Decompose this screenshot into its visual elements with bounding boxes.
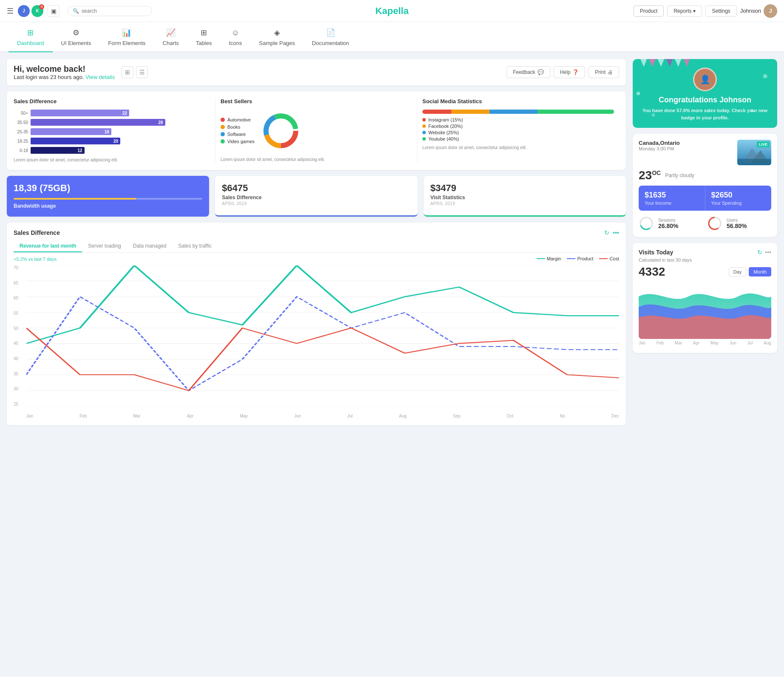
congrats-avatar: 👤 — [693, 68, 717, 91]
visit-stats-value: $3479 — [430, 183, 619, 194]
user-name: Johnson — [740, 8, 761, 14]
nav-item-icons-label: Icons — [229, 40, 242, 46]
nav-item-ui-elements[interactable]: ⚙ UI Elements — [53, 22, 100, 51]
social-title: Social Media Statistics — [422, 98, 614, 104]
nav-item-documentation[interactable]: 📄 Documentation — [303, 22, 357, 51]
settings-button[interactable]: Settings — [705, 6, 736, 17]
welcome-bar: Hi, welcome back! Last login was 23 hour… — [7, 59, 626, 85]
margin-polyline — [26, 265, 619, 344]
tables-icon: ⊞ — [201, 28, 207, 37]
tab-data-managed[interactable]: Data managed — [127, 240, 173, 252]
x-jun: Jun — [730, 341, 736, 345]
search-input[interactable] — [82, 8, 147, 14]
form-elements-icon: 📊 — [122, 28, 131, 37]
dashboard-icon: ⊞ — [27, 28, 34, 37]
nav-item-tables-label: Tables — [196, 40, 212, 46]
avatar-blue[interactable]: J — [18, 5, 30, 17]
cost-line — [599, 258, 608, 259]
social-youtube: Youtube (40%) — [422, 136, 614, 141]
x-jan: Jan — [639, 341, 645, 345]
nav-item-sample-pages[interactable]: ◈ Sample Pages — [251, 22, 304, 51]
charts-icon: 📈 — [166, 28, 175, 37]
sales-diff-desc: Lorem ipsum dolor sit amet, consectetur … — [14, 157, 210, 163]
tab-sales-traffic[interactable]: Sales by traffic — [172, 240, 217, 252]
tab-server[interactable]: Server loading — [82, 240, 127, 252]
congrats-title: Congratulations Johnson — [640, 96, 770, 104]
hamburger-icon[interactable]: ☰ — [7, 6, 14, 16]
nav-item-tables[interactable]: ⊞ Tables — [187, 22, 221, 51]
books-dot — [221, 125, 225, 129]
income-label: Your lincome — [645, 200, 699, 206]
reports-button[interactable]: Reports ▾ — [667, 6, 702, 17]
stats-section: Sales Difference 50+ 22 35-50 28 — [7, 91, 626, 170]
help-button[interactable]: Help ❓ — [554, 66, 586, 78]
sales-diff-label: Sales Difference — [222, 195, 410, 200]
print-button[interactable]: Print 🖨 — [589, 66, 619, 78]
feedback-button[interactable]: Feedback 💬 — [507, 66, 550, 78]
visits-day-btn[interactable]: Day — [729, 267, 747, 276]
chart-legend: Margin Product Cost — [537, 256, 619, 261]
finance-row: $1635 Your lincome $2650 Your Spending — [639, 186, 771, 211]
visits-more-icon[interactable]: ••• — [765, 249, 771, 256]
visits-card: Visits Today ↻ ••• Calculated in last 30… — [633, 243, 777, 353]
chart-more-icon[interactable]: ••• — [613, 229, 619, 236]
chart-refresh-icon[interactable]: ↻ — [604, 229, 609, 236]
weather-time: Monday 3.00 PM — [639, 146, 680, 151]
comment-icon: 💬 — [538, 69, 544, 75]
visits-refresh-icon[interactable]: ↻ — [757, 249, 762, 256]
social-bar — [422, 110, 614, 114]
product-button[interactable]: Product — [634, 6, 664, 17]
welcome-text: Hi, welcome back! Last login was 23 hour… — [14, 64, 115, 80]
nav-item-form-label: Form Elements — [108, 40, 145, 46]
chart-header-actions: ↻ ••• — [604, 229, 619, 236]
user-avatar: J — [764, 4, 777, 18]
view-details-link[interactable]: View details — [85, 74, 115, 80]
bandwidth-card: 18,39 (75GB) Bandwidth usage — [7, 176, 209, 217]
bandwidth-value: 18,39 (75GB) — [14, 183, 202, 194]
print-icon: 🖨 — [608, 69, 613, 75]
list-view-btn[interactable]: ☰ — [136, 66, 148, 78]
tab-revenue[interactable]: Revenue for last month — [14, 240, 82, 252]
nav-item-charts[interactable]: 📈 Charts — [154, 22, 187, 51]
y-label-40: 40 — [14, 356, 25, 361]
weather-location: Canada,Ontario — [639, 140, 680, 146]
bar-chart: 50+ 22 35-50 28 25-35 18 — [14, 110, 210, 154]
nav-item-icons[interactable]: ☺ Icons — [220, 23, 250, 51]
nav-icon-monitor[interactable]: ▣ — [48, 5, 59, 17]
y-label-30: 30 — [14, 386, 25, 391]
grid-view-btn[interactable]: ⊞ — [122, 66, 133, 78]
nav-item-sample-label: Sample Pages — [259, 40, 295, 46]
users-stat: Users 56.80% — [707, 216, 771, 231]
best-sellers-desc: Lorem ipsum dolor sit amet, consectetur … — [221, 157, 412, 163]
product-line — [567, 258, 575, 259]
legend-books: Books — [221, 124, 255, 130]
weather-card: Canada,Ontario Monday 3.00 PM LIVE — [633, 134, 777, 237]
user-info: Johnson J — [740, 4, 777, 18]
svg-marker-16 — [658, 59, 664, 67]
congrats-card: 👤 Congratulations Johnson You have done … — [633, 59, 777, 128]
svg-marker-14 — [640, 59, 647, 67]
brand-logo: Kapella — [375, 6, 408, 17]
chart-title: Sales Difference — [14, 229, 60, 236]
x-jul: Jul — [747, 341, 753, 345]
visits-month-btn[interactable]: Month — [749, 267, 771, 276]
nav-item-dashboard[interactable]: ⊞ Dashboard — [8, 22, 53, 51]
x-aug: Aug — [764, 341, 771, 345]
nav-item-form-elements[interactable]: 📊 Form Elements — [99, 22, 154, 51]
spending-item: $2650 Your Spending — [705, 186, 772, 211]
best-sellers-title: Best Sellers — [221, 98, 412, 104]
legend-automotive: Automotive — [221, 117, 255, 122]
visits-toggle: Day Month — [729, 267, 771, 276]
x-feb: Feb — [657, 341, 664, 345]
videogames-dot — [221, 139, 225, 144]
users-value: 56.80% — [727, 223, 747, 229]
avatar-teal[interactable]: K 4 — [31, 5, 43, 17]
users-donut — [707, 216, 722, 231]
spending-label: Your Spending — [711, 200, 766, 206]
chevron-down-icon: ▾ — [693, 8, 696, 14]
visits-subtitle: Calculated in last 30 days — [639, 257, 771, 262]
metric-cards-row: 18,39 (75GB) Bandwidth usage $6475 Sales… — [7, 176, 626, 217]
welcome-actions: Feedback 💬 Help ❓ Print 🖨 — [507, 66, 619, 78]
search-icon: 🔍 — [73, 8, 79, 14]
bandwidth-label: Bandwidth usage — [14, 203, 202, 209]
